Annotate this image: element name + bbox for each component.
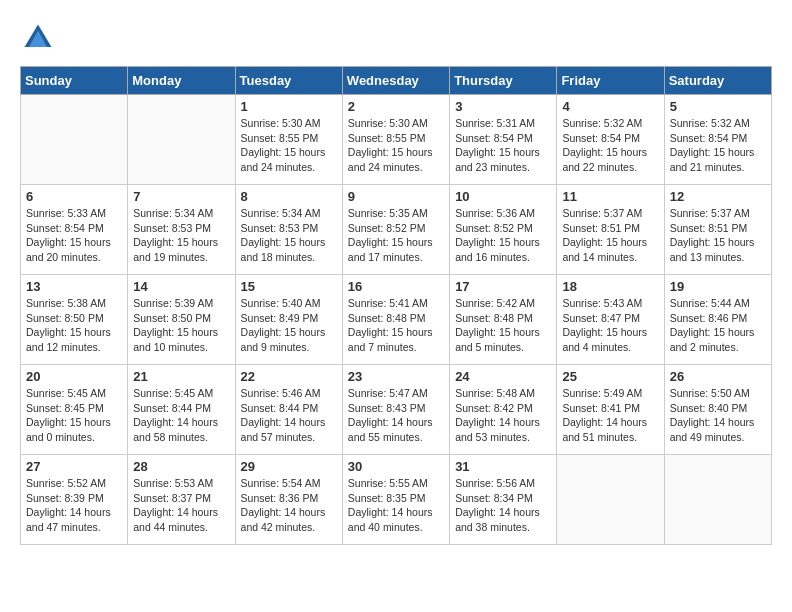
day-cell: 23Sunrise: 5:47 AM Sunset: 8:43 PM Dayli…	[342, 365, 449, 455]
day-info: Sunrise: 5:52 AM Sunset: 8:39 PM Dayligh…	[26, 476, 122, 535]
day-info: Sunrise: 5:40 AM Sunset: 8:49 PM Dayligh…	[241, 296, 337, 355]
day-info: Sunrise: 5:48 AM Sunset: 8:42 PM Dayligh…	[455, 386, 551, 445]
logo-icon	[20, 20, 56, 56]
day-cell: 21Sunrise: 5:45 AM Sunset: 8:44 PM Dayli…	[128, 365, 235, 455]
day-cell: 3Sunrise: 5:31 AM Sunset: 8:54 PM Daylig…	[450, 95, 557, 185]
header-cell-friday: Friday	[557, 67, 664, 95]
calendar-table: SundayMondayTuesdayWednesdayThursdayFrid…	[20, 66, 772, 545]
header-cell-tuesday: Tuesday	[235, 67, 342, 95]
day-cell: 20Sunrise: 5:45 AM Sunset: 8:45 PM Dayli…	[21, 365, 128, 455]
day-number: 11	[562, 189, 658, 204]
day-number: 10	[455, 189, 551, 204]
day-number: 12	[670, 189, 766, 204]
day-info: Sunrise: 5:45 AM Sunset: 8:45 PM Dayligh…	[26, 386, 122, 445]
day-cell	[128, 95, 235, 185]
day-info: Sunrise: 5:41 AM Sunset: 8:48 PM Dayligh…	[348, 296, 444, 355]
day-cell: 17Sunrise: 5:42 AM Sunset: 8:48 PM Dayli…	[450, 275, 557, 365]
day-number: 5	[670, 99, 766, 114]
day-number: 3	[455, 99, 551, 114]
day-cell: 25Sunrise: 5:49 AM Sunset: 8:41 PM Dayli…	[557, 365, 664, 455]
logo	[20, 20, 60, 56]
week-row-3: 20Sunrise: 5:45 AM Sunset: 8:45 PM Dayli…	[21, 365, 772, 455]
day-cell: 28Sunrise: 5:53 AM Sunset: 8:37 PM Dayli…	[128, 455, 235, 545]
day-cell: 22Sunrise: 5:46 AM Sunset: 8:44 PM Dayli…	[235, 365, 342, 455]
header-row: SundayMondayTuesdayWednesdayThursdayFrid…	[21, 67, 772, 95]
day-cell: 14Sunrise: 5:39 AM Sunset: 8:50 PM Dayli…	[128, 275, 235, 365]
day-cell	[21, 95, 128, 185]
day-number: 24	[455, 369, 551, 384]
day-cell: 18Sunrise: 5:43 AM Sunset: 8:47 PM Dayli…	[557, 275, 664, 365]
day-info: Sunrise: 5:34 AM Sunset: 8:53 PM Dayligh…	[241, 206, 337, 265]
day-number: 28	[133, 459, 229, 474]
day-cell: 8Sunrise: 5:34 AM Sunset: 8:53 PM Daylig…	[235, 185, 342, 275]
day-number: 17	[455, 279, 551, 294]
day-info: Sunrise: 5:50 AM Sunset: 8:40 PM Dayligh…	[670, 386, 766, 445]
day-number: 13	[26, 279, 122, 294]
header-cell-monday: Monday	[128, 67, 235, 95]
day-cell: 2Sunrise: 5:30 AM Sunset: 8:55 PM Daylig…	[342, 95, 449, 185]
day-cell: 10Sunrise: 5:36 AM Sunset: 8:52 PM Dayli…	[450, 185, 557, 275]
day-info: Sunrise: 5:32 AM Sunset: 8:54 PM Dayligh…	[562, 116, 658, 175]
day-info: Sunrise: 5:53 AM Sunset: 8:37 PM Dayligh…	[133, 476, 229, 535]
page-header	[20, 20, 772, 56]
day-number: 23	[348, 369, 444, 384]
day-cell: 4Sunrise: 5:32 AM Sunset: 8:54 PM Daylig…	[557, 95, 664, 185]
header-cell-wednesday: Wednesday	[342, 67, 449, 95]
header-cell-sunday: Sunday	[21, 67, 128, 95]
day-info: Sunrise: 5:42 AM Sunset: 8:48 PM Dayligh…	[455, 296, 551, 355]
day-cell: 30Sunrise: 5:55 AM Sunset: 8:35 PM Dayli…	[342, 455, 449, 545]
day-cell: 13Sunrise: 5:38 AM Sunset: 8:50 PM Dayli…	[21, 275, 128, 365]
day-info: Sunrise: 5:39 AM Sunset: 8:50 PM Dayligh…	[133, 296, 229, 355]
day-cell: 12Sunrise: 5:37 AM Sunset: 8:51 PM Dayli…	[664, 185, 771, 275]
day-number: 16	[348, 279, 444, 294]
day-cell: 15Sunrise: 5:40 AM Sunset: 8:49 PM Dayli…	[235, 275, 342, 365]
day-number: 27	[26, 459, 122, 474]
week-row-1: 6Sunrise: 5:33 AM Sunset: 8:54 PM Daylig…	[21, 185, 772, 275]
day-cell	[664, 455, 771, 545]
day-number: 31	[455, 459, 551, 474]
day-info: Sunrise: 5:38 AM Sunset: 8:50 PM Dayligh…	[26, 296, 122, 355]
day-number: 30	[348, 459, 444, 474]
day-number: 1	[241, 99, 337, 114]
day-info: Sunrise: 5:35 AM Sunset: 8:52 PM Dayligh…	[348, 206, 444, 265]
day-number: 8	[241, 189, 337, 204]
day-number: 18	[562, 279, 658, 294]
day-cell: 24Sunrise: 5:48 AM Sunset: 8:42 PM Dayli…	[450, 365, 557, 455]
day-cell: 27Sunrise: 5:52 AM Sunset: 8:39 PM Dayli…	[21, 455, 128, 545]
day-info: Sunrise: 5:32 AM Sunset: 8:54 PM Dayligh…	[670, 116, 766, 175]
day-number: 2	[348, 99, 444, 114]
day-info: Sunrise: 5:49 AM Sunset: 8:41 PM Dayligh…	[562, 386, 658, 445]
day-info: Sunrise: 5:46 AM Sunset: 8:44 PM Dayligh…	[241, 386, 337, 445]
day-number: 25	[562, 369, 658, 384]
week-row-0: 1Sunrise: 5:30 AM Sunset: 8:55 PM Daylig…	[21, 95, 772, 185]
day-info: Sunrise: 5:37 AM Sunset: 8:51 PM Dayligh…	[670, 206, 766, 265]
day-info: Sunrise: 5:36 AM Sunset: 8:52 PM Dayligh…	[455, 206, 551, 265]
day-info: Sunrise: 5:45 AM Sunset: 8:44 PM Dayligh…	[133, 386, 229, 445]
day-cell: 19Sunrise: 5:44 AM Sunset: 8:46 PM Dayli…	[664, 275, 771, 365]
day-info: Sunrise: 5:54 AM Sunset: 8:36 PM Dayligh…	[241, 476, 337, 535]
day-number: 9	[348, 189, 444, 204]
day-info: Sunrise: 5:37 AM Sunset: 8:51 PM Dayligh…	[562, 206, 658, 265]
day-cell: 7Sunrise: 5:34 AM Sunset: 8:53 PM Daylig…	[128, 185, 235, 275]
day-number: 14	[133, 279, 229, 294]
day-cell: 9Sunrise: 5:35 AM Sunset: 8:52 PM Daylig…	[342, 185, 449, 275]
header-cell-saturday: Saturday	[664, 67, 771, 95]
day-info: Sunrise: 5:44 AM Sunset: 8:46 PM Dayligh…	[670, 296, 766, 355]
day-cell: 1Sunrise: 5:30 AM Sunset: 8:55 PM Daylig…	[235, 95, 342, 185]
day-cell: 31Sunrise: 5:56 AM Sunset: 8:34 PM Dayli…	[450, 455, 557, 545]
day-cell: 11Sunrise: 5:37 AM Sunset: 8:51 PM Dayli…	[557, 185, 664, 275]
day-info: Sunrise: 5:56 AM Sunset: 8:34 PM Dayligh…	[455, 476, 551, 535]
day-info: Sunrise: 5:30 AM Sunset: 8:55 PM Dayligh…	[241, 116, 337, 175]
day-number: 26	[670, 369, 766, 384]
day-info: Sunrise: 5:31 AM Sunset: 8:54 PM Dayligh…	[455, 116, 551, 175]
day-cell: 16Sunrise: 5:41 AM Sunset: 8:48 PM Dayli…	[342, 275, 449, 365]
day-number: 4	[562, 99, 658, 114]
day-info: Sunrise: 5:33 AM Sunset: 8:54 PM Dayligh…	[26, 206, 122, 265]
day-number: 20	[26, 369, 122, 384]
day-cell: 26Sunrise: 5:50 AM Sunset: 8:40 PM Dayli…	[664, 365, 771, 455]
calendar-body: 1Sunrise: 5:30 AM Sunset: 8:55 PM Daylig…	[21, 95, 772, 545]
week-row-2: 13Sunrise: 5:38 AM Sunset: 8:50 PM Dayli…	[21, 275, 772, 365]
day-info: Sunrise: 5:55 AM Sunset: 8:35 PM Dayligh…	[348, 476, 444, 535]
day-number: 15	[241, 279, 337, 294]
day-number: 22	[241, 369, 337, 384]
